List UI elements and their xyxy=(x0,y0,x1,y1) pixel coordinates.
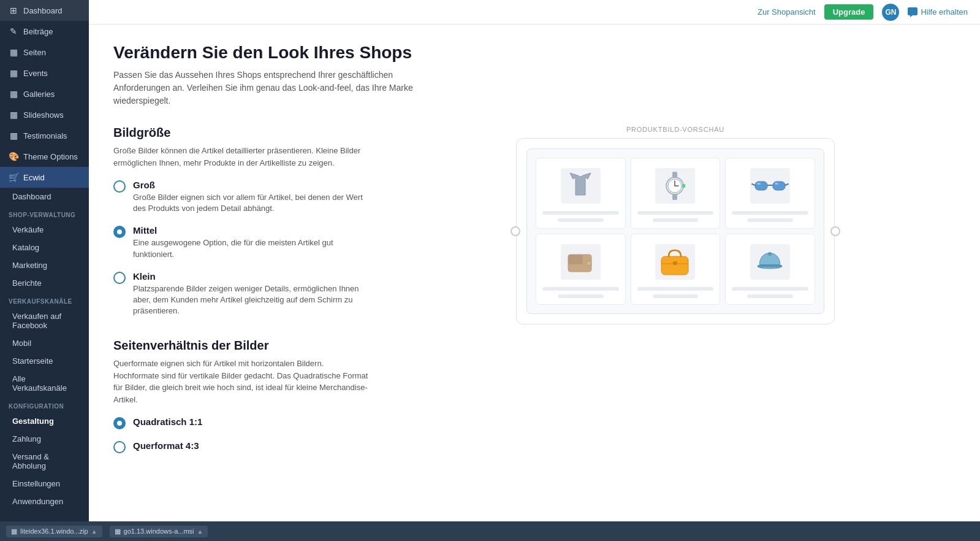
sidebar: ⊞ Dashboard ✎ Beiträge ▦ Seiten ▦ Events… xyxy=(0,0,89,541)
preview-inner xyxy=(526,148,824,314)
preview-card-line-6a xyxy=(732,287,808,291)
sidebar-item-beitraege[interactable]: ✎ Beiträge xyxy=(0,21,89,42)
top-header: Zur Shopansicht Upgrade GN Hilfe erhalte… xyxy=(89,0,980,25)
taskbar-item-1-icon: ▦ xyxy=(11,528,17,535)
radio-klein[interactable] xyxy=(113,272,126,284)
preview-card-line-5b xyxy=(653,294,699,298)
radio-klein-desc: Platzsparende Bilder zeigen weniger Deta… xyxy=(133,283,371,317)
preview-card-line-2a xyxy=(637,211,714,215)
avatar[interactable]: GN xyxy=(882,4,899,21)
sidebar-sub-ecwid-dashboard[interactable]: Dashboard xyxy=(0,188,89,205)
content-left: Bildgröße Große Bilder können die Artike… xyxy=(113,126,371,464)
sidebar-sub-mobil[interactable]: Mobil xyxy=(0,334,89,352)
preview-card-1 xyxy=(536,158,626,229)
sidebar-section-shop: SHOP-VERWALTUNG xyxy=(0,205,89,221)
radio-option-mittel: Mittel Eine ausgewogene Option, die für … xyxy=(113,225,371,259)
seiten-icon: ▦ xyxy=(9,47,18,57)
upgrade-button[interactable]: Upgrade xyxy=(824,4,874,20)
bag-icon xyxy=(655,244,695,280)
radio-quadratisch[interactable] xyxy=(113,417,126,429)
preview-card-img-2 xyxy=(651,164,700,207)
sidebar-sub-gestaltung[interactable]: Gestaltung xyxy=(0,412,89,430)
content-right: PRODUKTBILD-VORSCHAU xyxy=(395,126,955,324)
content-layout: Bildgröße Große Bilder können die Artike… xyxy=(113,126,955,464)
preview-radio-right xyxy=(830,226,840,236)
section1-title: Bildgröße xyxy=(113,126,371,140)
preview-card-img-6 xyxy=(746,240,795,283)
help-label: Hilfe erhalten xyxy=(921,7,968,17)
sidebar-item-galleries[interactable]: ▦ Galleries xyxy=(0,83,89,104)
ecwid-icon: 🛒 xyxy=(9,172,18,182)
preview-card-6 xyxy=(725,234,815,305)
page-subtitle: Passen Sie das Aussehen Ihres Shops ents… xyxy=(113,69,438,107)
sidebar-item-testimonials[interactable]: ▦ Testimonials xyxy=(0,125,89,146)
taskbar-item-1-chevron: ▲ xyxy=(91,528,97,535)
help-link[interactable]: Hilfe erhalten xyxy=(908,7,968,17)
preview-card-line-6b xyxy=(747,294,793,298)
sidebar-sub-anwendungen[interactable]: Anwendungen xyxy=(0,493,89,510)
section2: Seitenverhältnis der Bilder Querformate … xyxy=(113,339,371,453)
radio-mittel-desc: Eine ausgewogene Option, die für die mei… xyxy=(133,237,371,259)
svg-rect-22 xyxy=(661,256,688,275)
svg-rect-16 xyxy=(775,183,778,185)
svg-rect-5 xyxy=(672,194,677,200)
sidebar-sub-starterseite[interactable]: Starterseite xyxy=(0,352,89,370)
radio-mittel-label: Mittel xyxy=(133,225,371,236)
taskbar-item-2-chevron: ▲ xyxy=(197,528,203,535)
taskbar-item-2-icon: ▦ xyxy=(115,528,121,535)
radio-option-gross: Groß Große Bilder eignen sich vor allem … xyxy=(113,180,371,214)
svg-rect-8 xyxy=(682,184,685,188)
preview-card-line-5a xyxy=(637,287,714,291)
radio-querformat[interactable] xyxy=(113,441,126,453)
page-title: Verändern Sie den Look Ihres Shops xyxy=(113,43,955,63)
svg-rect-19 xyxy=(568,255,583,264)
testimonials-icon: ▦ xyxy=(9,131,18,140)
taskbar-item-2[interactable]: ▦ go1.13.windows-a...msi ▲ xyxy=(110,526,208,537)
radio-gross-desc: Große Bilder eignen sich vor allem für A… xyxy=(133,192,371,214)
svg-point-20 xyxy=(587,261,591,266)
sunglasses-icon xyxy=(750,168,790,204)
chat-icon xyxy=(908,7,917,17)
sidebar-sub-marketing[interactable]: Marketing xyxy=(0,256,89,274)
sidebar-sub-einstellungen[interactable]: Einstellungen xyxy=(0,475,89,493)
sidebar-item-seiten[interactable]: ▦ Seiten xyxy=(0,42,89,63)
preview-radio-left xyxy=(511,226,520,236)
sidebar-sub-zahlung[interactable]: Zahlung xyxy=(0,430,89,448)
section2-title: Seitenverhältnis der Bilder xyxy=(113,339,371,353)
preview-card-4 xyxy=(536,234,626,305)
taskbar-item-1-label: liteidex36.1.windo...zip xyxy=(20,528,88,535)
sidebar-section-sales: VERKAUFSKANÄLE xyxy=(0,292,89,307)
preview-card-line-4a xyxy=(542,287,619,291)
radio-gross[interactable] xyxy=(113,180,126,193)
radio-option-quadratisch: Quadratisch 1:1 xyxy=(113,416,371,429)
sidebar-sub-facebook[interactable]: Verkaufen auf Facebook xyxy=(0,307,89,334)
taskbar-item-1[interactable]: ▦ liteidex36.1.windo...zip ▲ xyxy=(6,526,102,537)
sidebar-item-slideshows[interactable]: ▦ Slideshows xyxy=(0,104,89,125)
section1-desc: Große Bilder können die Artikel detailli… xyxy=(113,145,371,169)
slideshows-icon: ▦ xyxy=(9,110,18,120)
sidebar-sub-katalog[interactable]: Katalog xyxy=(0,239,89,256)
preview-card-2 xyxy=(631,158,721,229)
svg-rect-10 xyxy=(755,182,767,190)
theme-options-icon: 🎨 xyxy=(9,152,18,161)
sidebar-sub-berichte[interactable]: Berichte xyxy=(0,274,89,292)
svg-point-27 xyxy=(768,252,772,256)
shop-view-link[interactable]: Zur Shopansicht xyxy=(758,7,816,17)
sidebar-sub-alle-kanaele[interactable]: Alle Verkaufskanäle xyxy=(0,370,89,397)
radio-mittel[interactable] xyxy=(113,226,126,238)
cap-icon xyxy=(750,244,790,280)
preview-card-line-3a xyxy=(732,211,808,215)
sidebar-item-dashboard[interactable]: ⊞ Dashboard xyxy=(0,0,89,21)
radio-gross-label: Groß xyxy=(133,180,371,190)
sidebar-item-theme-options[interactable]: 🎨 Theme Options xyxy=(0,146,89,167)
sidebar-item-ecwid[interactable]: 🛒 Ecwid xyxy=(0,167,89,188)
svg-rect-4 xyxy=(672,172,677,178)
events-icon: ▦ xyxy=(9,68,18,78)
taskbar: ▦ liteidex36.1.windo...zip ▲ ▦ go1.13.wi… xyxy=(0,521,980,541)
sidebar-sub-versand[interactable]: Versand & Abholung xyxy=(0,448,89,475)
svg-rect-24 xyxy=(673,261,677,265)
sidebar-sub-verkauefe[interactable]: Verkäufe xyxy=(0,221,89,239)
sidebar-item-events[interactable]: ▦ Events xyxy=(0,63,89,83)
radio-gross-text: Groß Große Bilder eignen sich vor allem … xyxy=(133,180,371,214)
svg-rect-15 xyxy=(757,183,761,185)
